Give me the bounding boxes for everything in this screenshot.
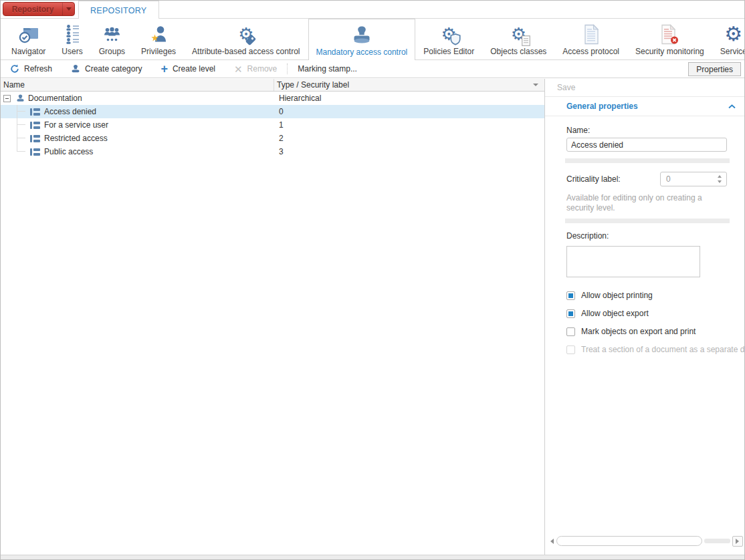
- tab-bar: Repository REPOSITORY: [1, 1, 744, 19]
- general-properties-section-body: Name: Criticality label: Available for e…: [545, 116, 744, 354]
- status-bar: [1, 555, 744, 559]
- create-category-button[interactable]: Create category: [62, 60, 151, 78]
- users-list-icon: [66, 22, 80, 46]
- ribbon-item-users[interactable]: Users: [54, 19, 90, 59]
- table-row[interactable]: Documentation Hierarchical: [1, 92, 544, 105]
- row-name: Access denied: [44, 107, 96, 116]
- scrollbar-track[interactable]: [704, 539, 730, 543]
- divider-bar: [565, 219, 730, 223]
- description-textarea[interactable]: [566, 246, 700, 277]
- ribbon-item-objects-classes[interactable]: ⚙ Objects classes: [482, 19, 554, 59]
- security-levels-tree-panel: Name Type / Security label Documentation…: [1, 79, 545, 555]
- properties-toggle-button[interactable]: Properties: [688, 62, 741, 76]
- table-row[interactable]: Public access 3: [1, 145, 544, 158]
- table-header: Name Type / Security label: [1, 79, 544, 92]
- ribbon-item-privileges[interactable]: Privileges: [133, 19, 184, 59]
- spinner-up-icon[interactable]: [718, 173, 722, 178]
- criticality-hint-text: Available for editing only on creating a…: [566, 193, 727, 213]
- document-lines-icon: [582, 22, 600, 46]
- spinner-down-icon[interactable]: [718, 180, 722, 185]
- ribbon-label: Service: [720, 47, 745, 56]
- ribbon-label: Privileges: [141, 47, 176, 56]
- ribbon-label: Access protocol: [562, 47, 619, 56]
- scroll-right-button[interactable]: [732, 536, 743, 547]
- criticality-input[interactable]: [661, 174, 708, 184]
- scroll-left-icon[interactable]: [548, 539, 554, 544]
- table-row[interactable]: Restricted access 2: [1, 132, 544, 145]
- tree-connector: [17, 145, 28, 158]
- ribbon-item-policies-editor[interactable]: ⚙ Policies Editor: [415, 19, 482, 59]
- tree-connector: [17, 118, 28, 132]
- checkbox-icon: [566, 327, 575, 336]
- repository-menu-label: Repository: [3, 5, 62, 14]
- table-row[interactable]: For a service user 1: [1, 118, 544, 132]
- x-icon: ✕: [234, 64, 243, 74]
- security-level-icon: [30, 148, 40, 156]
- column-header-name[interactable]: Name: [1, 79, 274, 91]
- navigator-folder-check-icon: [17, 22, 40, 46]
- security-level-icon: [30, 135, 40, 142]
- row-value: 0: [276, 107, 544, 116]
- general-properties-section-header[interactable]: General properties: [545, 97, 744, 116]
- scrollbar-thumb[interactable]: [556, 536, 702, 546]
- ribbon-label: Mandatory access control: [316, 47, 408, 57]
- properties-panel: Save General properties Name: Criticalit…: [545, 79, 744, 555]
- app-window: Repository REPOSITORY Navigator: [0, 0, 745, 560]
- tree-connector: [17, 132, 28, 145]
- ribbon: Navigator Users: [1, 19, 744, 60]
- remove-button[interactable]: ✕ Remove: [225, 60, 286, 78]
- repository-menu-button[interactable]: Repository: [3, 2, 75, 16]
- checkbox-mark-objects-on-export[interactable]: Mark objects on export and print: [566, 327, 727, 336]
- divider-bar: [565, 158, 730, 163]
- stamp-icon: [71, 64, 80, 74]
- gear-document-icon: ⚙: [511, 22, 526, 46]
- repository-menu-caret[interactable]: [62, 3, 74, 15]
- name-input[interactable]: [566, 138, 727, 152]
- ribbon-item-security-monitoring[interactable]: Security monitoring: [627, 19, 712, 59]
- criticality-field-label: Criticality label:: [566, 174, 621, 184]
- ribbon-label: Objects classes: [490, 47, 546, 56]
- tab-repository[interactable]: REPOSITORY: [78, 1, 159, 19]
- row-name: For a service user: [44, 120, 108, 130]
- ribbon-label: Security monitoring: [635, 47, 704, 56]
- caret-down-icon: [66, 7, 72, 13]
- checkbox-icon: [566, 291, 575, 300]
- row-name: Documentation: [28, 94, 82, 103]
- checkbox-treat-section-separate[interactable]: Treat a section of a document as a separ…: [566, 345, 727, 354]
- ribbon-label: Navigator: [11, 47, 45, 56]
- column-menu-button[interactable]: [530, 79, 542, 91]
- horizontal-scrollbar[interactable]: [548, 535, 743, 547]
- save-button[interactable]: Save: [545, 79, 744, 97]
- checkbox-allow-object-export[interactable]: Allow object export: [566, 309, 727, 318]
- document-error-icon: [659, 22, 679, 46]
- ribbon-item-mandatory-access-control[interactable]: Mandatory access control: [308, 19, 416, 60]
- content-area: Name Type / Security label Documentation…: [1, 79, 744, 555]
- tab-repository-label: REPOSITORY: [90, 6, 147, 15]
- collapse-expander[interactable]: [3, 95, 11, 102]
- plus-icon: +: [161, 63, 168, 74]
- ribbon-label: Users: [62, 47, 82, 56]
- ribbon-item-service[interactable]: ⚙ Service: [712, 19, 745, 59]
- create-level-button[interactable]: + Create level: [151, 60, 225, 78]
- ribbon-item-access-protocol[interactable]: Access protocol: [554, 19, 627, 59]
- chevron-up-icon[interactable]: [728, 104, 736, 109]
- gear-shield-icon: ⚙: [441, 22, 457, 46]
- groups-people-icon: [103, 22, 121, 46]
- section-title: General properties: [566, 102, 728, 111]
- column-header-type[interactable]: Type / Security label: [274, 79, 544, 91]
- refresh-button[interactable]: Refresh: [1, 60, 62, 78]
- ribbon-item-groups[interactable]: Groups: [91, 19, 133, 59]
- ribbon-item-attribute-based-access-control[interactable]: ⚙ Attribute-based access control: [184, 19, 308, 59]
- security-level-icon: [30, 108, 40, 116]
- criticality-spinner[interactable]: [660, 172, 727, 186]
- table-row[interactable]: Access denied 0: [1, 105, 544, 118]
- name-field-label: Name:: [566, 126, 727, 135]
- options-checkbox-list: Allow object printing Allow object expor…: [566, 291, 727, 354]
- row-name: Public access: [44, 147, 93, 156]
- ribbon-item-navigator[interactable]: Navigator: [3, 19, 54, 59]
- ribbon-label: Attribute-based access control: [192, 47, 300, 56]
- checkbox-allow-object-printing[interactable]: Allow object printing: [566, 291, 727, 300]
- chevron-down-icon: [533, 84, 538, 89]
- row-value: 1: [276, 120, 544, 130]
- marking-stamp-button[interactable]: Marking stamp...: [288, 60, 366, 78]
